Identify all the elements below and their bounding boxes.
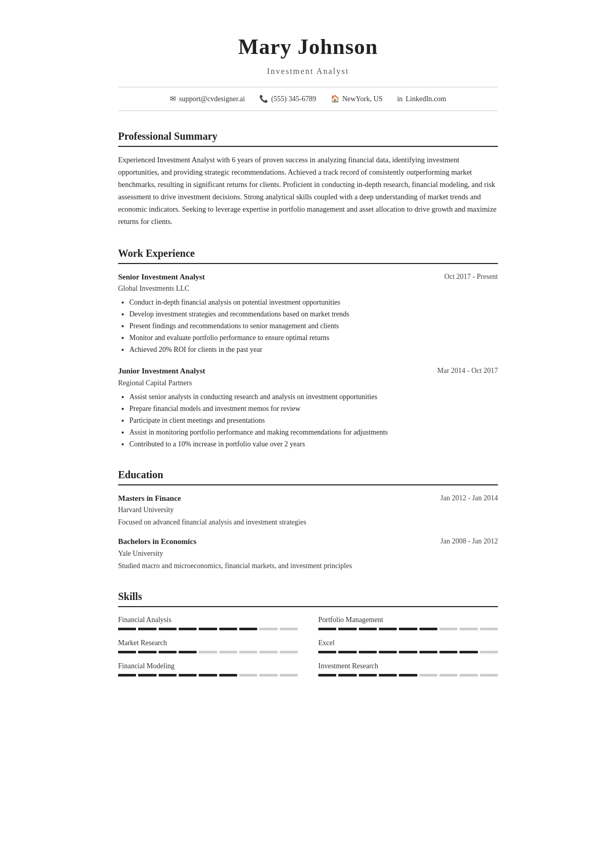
skill-segment-filled <box>379 674 397 676</box>
contact-location: 🏠 NewYork, US <box>331 93 383 104</box>
job-bullet: Participate in client meetings and prese… <box>129 415 498 426</box>
job-bullet: Assist in monitoring portfolio performan… <box>129 427 498 438</box>
candidate-title: Investment Analyst <box>118 65 498 78</box>
edu-institution: Harvard University <box>118 504 181 515</box>
skill-segment-filled <box>439 651 457 653</box>
job-date: Mar 2014 - Oct 2017 <box>437 365 498 376</box>
skill-segment-filled <box>419 628 437 630</box>
skill-segment-empty <box>280 674 298 676</box>
skill-segment-empty <box>480 651 498 653</box>
skill-segment-filled <box>338 674 356 676</box>
job-company: Regional Capital Partners <box>118 378 205 388</box>
edu-degree: Bachelors in Economics <box>118 536 197 548</box>
skill-segment-filled <box>239 628 257 630</box>
job-company: Global Investments LLC <box>118 283 205 294</box>
skill-segment-empty <box>259 651 277 653</box>
skill-segment-empty <box>280 651 298 653</box>
skill-name: Financial Analysis <box>118 614 298 625</box>
skill-segment-empty <box>419 674 437 676</box>
job-bullet: Contributed to a 10% increase in portfol… <box>129 439 498 449</box>
job-bullet: Monitor and evaluate portfolio performan… <box>129 332 498 343</box>
work-jobs: Senior Investment AnalystGlobal Investme… <box>118 271 498 449</box>
skill-segment-empty <box>239 674 257 676</box>
skill-segment-filled <box>318 674 336 676</box>
skill-segment-filled <box>318 651 336 653</box>
edu-block: Bachelors in EconomicsYale UniversityJan… <box>118 536 498 571</box>
skill-segment-filled <box>159 651 177 653</box>
skill-bar <box>318 628 498 630</box>
skill-segment-empty <box>219 651 237 653</box>
job-bullet: Develop investment strategies and recomm… <box>129 309 498 319</box>
education-title: Education <box>118 467 498 485</box>
skill-bar <box>118 674 298 676</box>
skill-name: Market Research <box>118 637 298 648</box>
skill-segment-filled <box>338 628 356 630</box>
skill-segment-filled <box>399 628 417 630</box>
skills-section: Skills Financial AnalysisPortfolio Manag… <box>118 589 498 676</box>
skill-bar <box>318 651 498 653</box>
skill-bar <box>118 628 298 630</box>
skill-segment-empty <box>480 628 498 630</box>
skill-segment-empty <box>459 628 477 630</box>
contact-phone: 📞 (555) 345-6789 <box>259 93 316 104</box>
contact-linkedin: in LinkedIn.com <box>397 93 446 104</box>
job-block: Junior Investment AnalystRegional Capita… <box>118 365 498 449</box>
skill-segment-filled <box>138 674 156 676</box>
skill-segment-empty <box>459 674 477 676</box>
contact-email: ✉ support@cvdesigner.ai <box>170 93 245 104</box>
skill-item: Financial Analysis <box>118 614 298 630</box>
job-bullet: Assist senior analysts in conducting res… <box>129 391 498 402</box>
skill-bar <box>118 651 298 653</box>
skill-segment-filled <box>459 651 477 653</box>
job-bullet: Conduct in-depth financial analysis on p… <box>129 297 498 308</box>
skill-segment-filled <box>138 651 156 653</box>
skill-segment-filled <box>179 674 197 676</box>
skill-segment-filled <box>159 674 177 676</box>
job-block: Senior Investment AnalystGlobal Investme… <box>118 271 498 355</box>
skill-segment-filled <box>199 628 217 630</box>
contact-bar: ✉ support@cvdesigner.ai 📞 (555) 345-6789… <box>118 87 498 111</box>
edu-date: Jan 2008 - Jan 2012 <box>440 536 498 547</box>
job-title: Junior Investment Analyst <box>118 365 205 377</box>
candidate-name: Mary Johnson <box>118 31 498 63</box>
phone-icon: 📞 <box>259 93 268 104</box>
skill-item: Portfolio Management <box>318 614 498 630</box>
skill-segment-filled <box>118 651 136 653</box>
skill-name: Investment Research <box>318 661 498 671</box>
edu-description: Studied macro and microeconomics, financ… <box>118 560 498 571</box>
skill-item: Excel <box>318 637 498 653</box>
skill-segment-filled <box>219 628 237 630</box>
email-icon: ✉ <box>170 93 176 104</box>
skill-segment-filled <box>318 628 336 630</box>
skill-segment-filled <box>379 651 397 653</box>
skill-item: Financial Modeling <box>118 661 298 676</box>
skill-segment-filled <box>199 674 217 676</box>
skill-name: Excel <box>318 637 498 648</box>
resume-header: Mary Johnson Investment Analyst <box>118 31 498 78</box>
skill-segment-filled <box>399 651 417 653</box>
summary-text: Experienced Investment Analyst with 6 ye… <box>118 154 498 228</box>
skills-title: Skills <box>118 589 498 607</box>
edu-date: Jan 2012 - Jan 2014 <box>440 493 498 503</box>
skill-name: Financial Modeling <box>118 661 298 671</box>
skill-segment-filled <box>338 651 356 653</box>
skill-segment-empty <box>439 628 457 630</box>
summary-title: Professional Summary <box>118 128 498 147</box>
summary-body: Experienced Investment Analyst with 6 ye… <box>118 154 498 228</box>
skill-segment-empty <box>259 628 277 630</box>
summary-section: Professional Summary Experienced Investm… <box>118 128 498 228</box>
skill-segment-filled <box>219 674 237 676</box>
skill-segment-empty <box>439 674 457 676</box>
skill-segment-empty <box>480 674 498 676</box>
skill-segment-empty <box>259 674 277 676</box>
job-bullet: Present findings and recommendations to … <box>129 321 498 331</box>
skill-segment-filled <box>138 628 156 630</box>
skill-name: Portfolio Management <box>318 614 498 625</box>
skills-grid: Financial AnalysisPortfolio ManagementMa… <box>118 614 498 676</box>
job-title: Senior Investment Analyst <box>118 271 205 283</box>
skill-bar <box>318 674 498 676</box>
skill-item: Market Research <box>118 637 298 653</box>
job-date: Oct 2017 - Present <box>444 271 498 282</box>
edu-institution: Yale University <box>118 548 197 559</box>
skill-segment-empty <box>199 651 217 653</box>
